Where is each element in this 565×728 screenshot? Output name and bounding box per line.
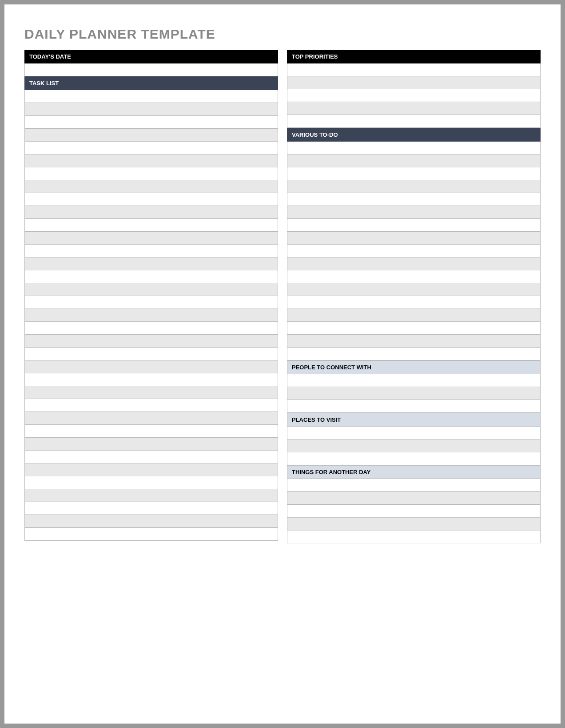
input-row[interactable] (24, 129, 278, 142)
input-row[interactable] (24, 502, 278, 515)
right-column: TOP PRIORITIES VARIOUS TO-DO PEOPLE TO C… (287, 50, 541, 543)
input-row[interactable] (287, 245, 541, 257)
input-row[interactable] (24, 63, 278, 76)
input-row[interactable] (287, 309, 541, 322)
input-row[interactable] (287, 219, 541, 232)
input-row[interactable] (287, 76, 541, 89)
task-list-header: TASK LIST (24, 76, 278, 90)
input-row[interactable] (24, 425, 278, 438)
columns-wrapper: TODAY'S DATE TASK LIST TOP PRIORITIES VA… (24, 50, 541, 543)
things-another-day-rows (287, 479, 541, 543)
input-row[interactable] (24, 116, 278, 129)
input-row[interactable] (24, 309, 278, 322)
input-row[interactable] (287, 193, 541, 206)
input-row[interactable] (24, 257, 278, 270)
input-row[interactable] (287, 257, 541, 270)
places-visit-header: PLACES TO VISIT (287, 413, 541, 427)
input-row[interactable] (287, 154, 541, 167)
input-row[interactable] (287, 296, 541, 309)
input-row[interactable] (24, 219, 278, 232)
input-row[interactable] (287, 270, 541, 283)
task-list-rows (24, 90, 278, 541)
input-row[interactable] (287, 180, 541, 193)
input-row[interactable] (287, 89, 541, 102)
input-row[interactable] (24, 335, 278, 348)
input-row[interactable] (24, 180, 278, 193)
input-row[interactable] (287, 505, 541, 518)
places-visit-rows (287, 427, 541, 465)
input-row[interactable] (24, 154, 278, 167)
input-row[interactable] (24, 283, 278, 296)
top-priorities-header: TOP PRIORITIES (287, 50, 541, 63)
input-row[interactable] (287, 142, 541, 154)
input-row[interactable] (287, 479, 541, 492)
input-row[interactable] (24, 142, 278, 154)
input-row[interactable] (24, 412, 278, 425)
input-row[interactable] (24, 451, 278, 463)
input-row[interactable] (287, 427, 541, 439)
input-row[interactable] (287, 322, 541, 335)
input-row[interactable] (24, 206, 278, 219)
input-row[interactable] (287, 115, 541, 128)
people-connect-header: PEOPLE TO CONNECT WITH (287, 360, 541, 374)
people-connect-rows (287, 374, 541, 413)
various-todo-header: VARIOUS TO-DO (287, 128, 541, 142)
input-row[interactable] (24, 193, 278, 206)
input-row[interactable] (287, 530, 541, 543)
input-row[interactable] (287, 335, 541, 348)
input-row[interactable] (287, 518, 541, 530)
planner-page: DAILY PLANNER TEMPLATE TODAY'S DATE TASK… (0, 0, 565, 728)
input-row[interactable] (24, 515, 278, 528)
input-row[interactable] (24, 296, 278, 309)
input-row[interactable] (287, 167, 541, 180)
input-row[interactable] (287, 63, 541, 76)
input-row[interactable] (287, 283, 541, 296)
input-row[interactable] (24, 399, 278, 412)
input-row[interactable] (24, 476, 278, 489)
input-row[interactable] (24, 373, 278, 386)
various-todo-rows (287, 142, 541, 360)
input-row[interactable] (24, 438, 278, 451)
things-another-day-header: THINGS FOR ANOTHER DAY (287, 465, 541, 479)
input-row[interactable] (24, 103, 278, 116)
input-row[interactable] (287, 232, 541, 245)
input-row[interactable] (287, 348, 541, 360)
input-row[interactable] (24, 167, 278, 180)
page-title: DAILY PLANNER TEMPLATE (24, 27, 541, 42)
input-row[interactable] (24, 463, 278, 476)
input-row[interactable] (287, 492, 541, 505)
input-row[interactable] (24, 322, 278, 335)
input-row[interactable] (24, 386, 278, 399)
input-row[interactable] (24, 245, 278, 257)
input-row[interactable] (24, 90, 278, 103)
input-row[interactable] (287, 206, 541, 219)
input-row[interactable] (287, 387, 541, 400)
input-row[interactable] (287, 374, 541, 387)
input-row[interactable] (287, 452, 541, 465)
todays-date-header: TODAY'S DATE (24, 50, 278, 63)
input-row[interactable] (24, 348, 278, 360)
top-priorities-rows (287, 63, 541, 128)
input-row[interactable] (24, 360, 278, 373)
input-row[interactable] (287, 400, 541, 413)
input-row[interactable] (287, 102, 541, 115)
input-row[interactable] (24, 489, 278, 502)
todays-date-rows (24, 63, 278, 76)
input-row[interactable] (24, 528, 278, 541)
input-row[interactable] (24, 232, 278, 245)
input-row[interactable] (24, 270, 278, 283)
left-column: TODAY'S DATE TASK LIST (24, 50, 278, 543)
input-row[interactable] (287, 439, 541, 452)
